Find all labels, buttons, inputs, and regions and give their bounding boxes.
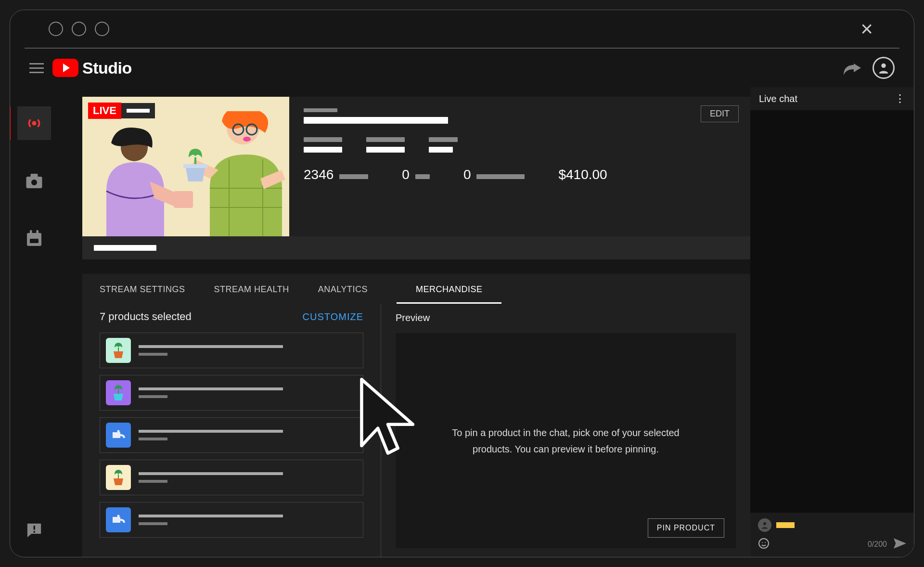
svg-rect-15 — [194, 157, 196, 165]
svg-point-22 — [763, 522, 766, 525]
stat-4: $410.00 — [558, 167, 607, 182]
products-selected-text: 7 products selected — [100, 310, 192, 323]
chat-header: Live chat ⋮ — [750, 87, 914, 110]
preview-box: To pin a product in the chat, pick one o… — [396, 333, 736, 548]
product-thumb — [106, 380, 131, 405]
svg-rect-8 — [30, 239, 38, 243]
traffic-light-minimize[interactable] — [72, 22, 86, 36]
stat-2: 0 — [402, 167, 430, 182]
svg-rect-17 — [118, 348, 119, 351]
live-label: LIVE — [88, 103, 121, 119]
rail-item-stream[interactable] — [17, 106, 51, 140]
tab-analytics[interactable]: ANALYTICS — [318, 284, 368, 304]
send-icon[interactable] — [894, 538, 906, 551]
preview-title: Preview — [396, 312, 736, 323]
rail-item-feedback[interactable] — [17, 514, 51, 547]
svg-rect-16 — [183, 164, 207, 168]
close-icon[interactable]: × — [858, 20, 875, 38]
preview-hint: To pin a product in the chat, pick one o… — [446, 425, 686, 457]
metric-value-2: 0 — [402, 167, 410, 182]
product-item[interactable] — [100, 417, 363, 453]
svg-point-24 — [762, 542, 763, 543]
profile-avatar[interactable] — [873, 57, 895, 79]
product-thumb — [106, 423, 131, 448]
product-thumb — [106, 465, 131, 490]
menu-icon[interactable] — [29, 63, 44, 73]
chat-user-badge — [776, 522, 795, 528]
metric-value-3: 0 — [463, 167, 471, 182]
logo-text: Studio — [82, 59, 132, 77]
tab-stream-settings[interactable]: STREAM SETTINGS — [100, 284, 185, 304]
tab-stream-health[interactable]: STREAM HEALTH — [214, 284, 289, 304]
svg-rect-9 — [34, 526, 35, 530]
svg-point-14 — [243, 137, 251, 142]
left-rail — [10, 87, 58, 557]
svg-rect-10 — [34, 531, 35, 532]
stream-info-card: LIVE — [82, 97, 750, 259]
product-list — [100, 333, 363, 538]
lower-panel: STREAM SETTINGS STREAM HEALTH ANALYTICS … — [82, 274, 750, 557]
stat-1: 2346 — [304, 167, 368, 182]
traffic-lights — [49, 22, 109, 36]
chat-title: Live chat — [759, 93, 797, 104]
product-thumb — [106, 338, 131, 363]
product-text — [139, 430, 283, 440]
stat-3: 0 — [463, 167, 525, 182]
svg-point-4 — [31, 180, 37, 185]
live-badge: LIVE — [88, 103, 155, 119]
product-item[interactable] — [100, 502, 363, 538]
studio-logo[interactable]: Studio — [52, 59, 132, 77]
app-bar: Studio — [10, 49, 914, 87]
chat-input-area: 0/200 — [750, 513, 914, 557]
customize-button[interactable]: CUSTOMIZE — [303, 311, 363, 322]
product-item[interactable] — [100, 460, 363, 495]
svg-rect-3 — [31, 174, 38, 178]
svg-rect-6 — [30, 230, 32, 235]
product-thumb — [106, 507, 131, 532]
preview-column: Preview To pin a product in the chat, pi… — [381, 304, 750, 557]
chat-user-avatar — [758, 518, 771, 532]
traffic-light-zoom[interactable] — [95, 22, 109, 36]
chat-messages[interactable] — [750, 110, 914, 513]
product-item[interactable] — [100, 333, 363, 368]
product-item[interactable] — [100, 375, 363, 411]
product-text — [139, 387, 283, 398]
svg-rect-20 — [118, 475, 119, 478]
svg-point-1 — [32, 121, 37, 126]
tab-merchandise[interactable]: MERCHANDISE — [397, 284, 502, 304]
product-text — [139, 345, 283, 356]
rail-item-webcam[interactable] — [17, 164, 51, 198]
product-text — [139, 472, 283, 483]
pin-product-button[interactable]: PIN PRODUCT — [648, 518, 724, 538]
stream-info: EDIT — [289, 97, 750, 236]
window-titlebar: × — [25, 10, 899, 49]
tab-bar: STREAM SETTINGS STREAM HEALTH ANALYTICS … — [82, 274, 750, 304]
svg-rect-18 — [118, 390, 119, 394]
stream-thumbnail: LIVE — [82, 97, 289, 236]
svg-point-19 — [117, 430, 120, 433]
svg-point-21 — [117, 515, 120, 517]
metric-value-4: $410.00 — [558, 167, 607, 182]
chat-char-counter: 0/200 — [868, 540, 887, 549]
svg-point-0 — [881, 64, 886, 68]
product-text — [139, 515, 283, 525]
edit-button[interactable]: EDIT — [701, 105, 739, 122]
svg-point-25 — [765, 542, 766, 543]
live-chat-panel: Live chat ⋮ — [750, 87, 914, 557]
svg-rect-7 — [37, 230, 39, 235]
emoji-icon[interactable] — [758, 538, 770, 551]
chat-menu-icon[interactable]: ⋮ — [895, 92, 905, 105]
youtube-play-icon — [52, 59, 78, 77]
svg-point-23 — [759, 539, 769, 548]
share-icon[interactable] — [844, 60, 861, 76]
rail-item-manage[interactable] — [17, 222, 51, 256]
merchandise-column: 7 products selected CUSTOMIZE — [82, 304, 381, 557]
stream-footer — [82, 236, 750, 259]
metric-value-1: 2346 — [304, 167, 334, 182]
traffic-light-close[interactable] — [49, 22, 63, 36]
